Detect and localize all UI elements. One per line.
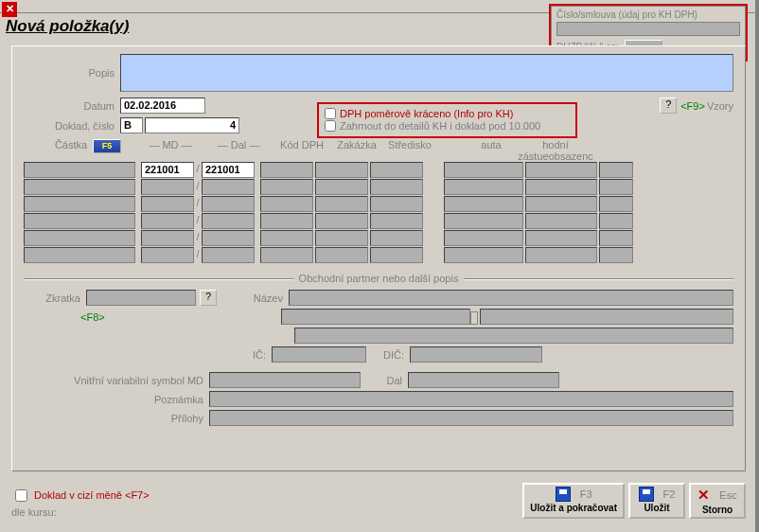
prilohy-label: Přílohy xyxy=(24,413,203,424)
window-title: Nová položka(y) xyxy=(6,17,129,36)
popis-label: Popis xyxy=(24,67,115,79)
nazev-field-1[interactable] xyxy=(289,290,733,306)
dic-field[interactable] xyxy=(410,346,542,363)
split-handle[interactable] xyxy=(470,311,478,325)
col-stredisko: Středisko xyxy=(383,139,436,162)
col-md: — MD — xyxy=(141,139,200,162)
cell-kod[interactable] xyxy=(260,162,313,178)
dph-pomer-checkbox[interactable]: DPH poměrově kráceno (Info pro KH) xyxy=(325,108,570,119)
cell-md[interactable]: 221001 xyxy=(141,162,194,178)
cell-hodni[interactable] xyxy=(525,162,597,178)
kurs-label: dle kursu: xyxy=(11,506,150,518)
grid-row: 221001 / 221001 xyxy=(24,162,733,178)
close-icon[interactable]: ✕ xyxy=(2,2,17,17)
vzory-label: Vzory xyxy=(707,100,733,112)
vvs-dal-field[interactable] xyxy=(408,372,559,388)
grid-row: / xyxy=(24,196,733,212)
poznamka-field[interactable] xyxy=(209,391,733,407)
save-icon xyxy=(556,487,571,502)
grid-row: / xyxy=(24,247,733,263)
vvs-dal-label: Dal xyxy=(361,375,402,386)
save-button[interactable]: F2 Uložit xyxy=(628,483,685,519)
zkratka-label: Zkratka xyxy=(24,293,80,304)
help-button[interactable]: ? xyxy=(660,98,677,114)
col-kod: Kód DPH xyxy=(274,139,330,162)
popis-textarea[interactable] xyxy=(120,54,733,92)
vvs-label: Vnitřní variabilní symbol MD xyxy=(24,375,203,386)
zkratka-help-button[interactable]: ? xyxy=(200,290,217,306)
save-icon xyxy=(639,487,654,502)
partner-title: Obchodní partner nebo další popis xyxy=(293,273,465,284)
col-auta: auta xyxy=(465,139,518,162)
zahrnout-checkbox[interactable]: Zahrnout do detailů KH i doklad pod 10.0… xyxy=(325,120,570,132)
zkratka-field[interactable] xyxy=(86,290,196,306)
poznamka-label: Poznámka xyxy=(24,394,203,405)
prilohy-field[interactable] xyxy=(209,410,733,426)
cell-stredisko[interactable] xyxy=(370,162,423,178)
nazev-label: Název xyxy=(217,293,283,304)
nazev-field-4[interactable] xyxy=(294,328,733,344)
dic-label: DIČ: xyxy=(366,349,404,361)
close-icon: ✕ xyxy=(697,487,710,504)
cell-castka[interactable] xyxy=(24,162,135,178)
vvs-md-field[interactable] xyxy=(209,372,361,388)
cizi-mena-checkbox[interactable]: Doklad v cizí měně <F7> xyxy=(11,487,150,505)
cell-zakazka[interactable] xyxy=(315,162,368,178)
save-continue-button[interactable]: F3 Uložit a pokračovat xyxy=(522,483,625,519)
doklad-label: Doklad, číslo xyxy=(24,120,115,132)
col-hodni: hodní zástueobsazenc xyxy=(518,139,593,162)
kh-options-box: DPH poměrově kráceno (Info pro KH) Zahrn… xyxy=(317,102,577,138)
cell-auta[interactable] xyxy=(444,162,523,178)
cancel-button[interactable]: ✕Esc Storno xyxy=(689,483,746,519)
contract-label: Číslo/smlouva (údaj pro KH DPH) xyxy=(556,9,740,20)
col-castka: Částka xyxy=(55,139,87,151)
datum-label: Datum xyxy=(24,100,115,112)
col-dal: — Dal — xyxy=(209,139,268,162)
f5-icon[interactable]: F5 xyxy=(93,139,121,153)
contract-input[interactable] xyxy=(556,22,740,36)
nazev-field-3[interactable] xyxy=(480,309,733,325)
doklad-serie-field[interactable]: B xyxy=(120,117,143,133)
grid-row: / xyxy=(24,179,733,195)
nazev-field-2[interactable] xyxy=(281,309,470,325)
datum-field[interactable]: 02.02.2016 xyxy=(120,98,205,114)
ic-label: IČ: xyxy=(238,349,266,361)
cell-obs[interactable] xyxy=(599,162,633,178)
grid-row: / xyxy=(24,230,733,246)
grid: 221001 / 221001 / / / / / xyxy=(24,162,733,263)
vzory-key: <F9> xyxy=(680,100,705,112)
col-zakazka: Zakázka xyxy=(330,139,383,162)
grid-row: / xyxy=(24,213,733,229)
ic-field[interactable] xyxy=(272,346,366,363)
cell-dal[interactable]: 221001 xyxy=(202,162,255,178)
doklad-cislo-field[interactable]: 4 xyxy=(145,117,239,133)
f8-hint: <F8> xyxy=(80,311,105,323)
